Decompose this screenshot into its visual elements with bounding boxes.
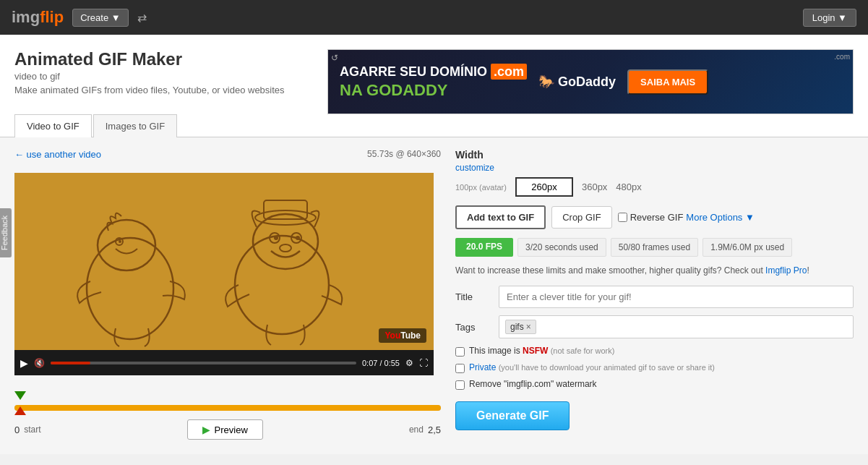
width-option-480[interactable]: 480px [616, 182, 641, 192]
px-stat: 1.9M/6.0M px used [702, 238, 792, 257]
feedback-tab[interactable]: Feedback [0, 208, 12, 257]
private-label: Private [469, 362, 496, 372]
video-controls: ▶ 🔇 0:07 / 0:55 ⚙ ⛶ [14, 350, 434, 375]
width-label: Width [455, 149, 484, 161]
progress-fill [51, 362, 90, 364]
youtube-watermark: YouTube [379, 328, 426, 343]
preview-button[interactable]: ▶ Preview [187, 419, 263, 440]
nsfw-checkbox[interactable] [455, 347, 465, 357]
slider-area: 0 start ▶ Preview end 2,5 [14, 383, 441, 443]
slider-fill [14, 405, 441, 411]
tags-row: Tags gifs × [455, 315, 854, 338]
tags-label: Tags [455, 322, 499, 333]
tag-remove-button[interactable]: × [526, 322, 531, 332]
login-button[interactable]: Login ▼ [803, 9, 856, 27]
page-subtitle: video to gif [14, 71, 285, 82]
generate-gif-button[interactable]: Generate GIF [455, 401, 570, 430]
end-section: end 2,5 [409, 425, 441, 435]
width-options: 100px (avatar) 360px 480px [455, 177, 854, 197]
crop-gif-button[interactable]: Crop GIF [551, 206, 611, 229]
header-left: imgflip Create ▼ ⇄ [12, 8, 147, 27]
width-option-avatar[interactable]: 100px (avatar) [455, 183, 507, 192]
stats-row: 20.0 FPS 3/20 seconds used 50/80 frames … [455, 238, 854, 257]
nsfw-desc: (not safe for work) [551, 346, 615, 355]
action-row: Add text to GIF Crop GIF Reverse GIF Mor… [455, 205, 854, 229]
slider-track[interactable] [14, 405, 441, 411]
watermark-label: Remove "imgflip.com" watermark [469, 379, 597, 389]
ad-brand: 🐎 GoDaddy [538, 74, 616, 90]
reverse-checkbox[interactable] [618, 213, 627, 222]
main-content: Animated GIF Maker video to gif Make ani… [0, 35, 868, 114]
svg-point-10 [274, 236, 278, 240]
frames-stat: 50/80 frames used [611, 238, 698, 257]
private-row: Private (you'll have to download your an… [455, 362, 854, 373]
fullscreen-icon[interactable]: ⛶ [419, 358, 428, 368]
ad-cta-button[interactable]: SAIBA MAIS [627, 69, 708, 95]
pro-link[interactable]: Imgflip Pro [765, 265, 807, 276]
start-label: start [24, 425, 40, 435]
video-link-row: ← use another video 55.73s @ 640×360 [14, 149, 441, 167]
tab-images-to-gif[interactable]: Images to GIF [93, 114, 177, 137]
video-info: 55.73s @ 640×360 [367, 149, 441, 160]
tag-value: gifs [510, 322, 524, 332]
width-input[interactable] [515, 177, 573, 197]
shuffle-icon: ⇄ [137, 11, 147, 25]
seconds-stat: 3/20 seconds used [517, 238, 606, 257]
ad-subtext: NA GODADDY [340, 81, 527, 100]
title-input[interactable] [499, 286, 854, 308]
title-row: Title [455, 286, 854, 308]
reverse-section: Reverse GIF More Options ▼ [618, 212, 755, 223]
cartoon-sketch-svg [14, 173, 434, 350]
page-header: Animated GIF Maker video to gif Make ani… [14, 49, 854, 114]
watermark-row: Remove "imgflip.com" watermark [455, 379, 854, 390]
preview-play-icon: ▶ [202, 424, 210, 435]
svg-rect-0 [14, 173, 434, 350]
body-area: ← use another video 55.73s @ 640×360 [0, 137, 868, 454]
play-button[interactable]: ▶ [20, 357, 28, 369]
width-option-360[interactable]: 360px [582, 182, 607, 192]
page-title-section: Animated GIF Maker video to gif Make ani… [14, 49, 285, 107]
ad-info: .com [834, 53, 850, 61]
reverse-label: Reverse GIF [630, 212, 684, 223]
fps-badge: 20.0 FPS [455, 238, 513, 257]
svg-point-4 [119, 240, 121, 243]
ad-refresh-icon[interactable]: ↺ [331, 53, 338, 63]
private-desc: (you'll have to download your animated g… [499, 363, 715, 372]
progress-bar[interactable] [51, 362, 356, 364]
ad-headline: AGARRE SEU DOMÍNIO .com [340, 64, 527, 80]
page-title: Animated GIF Maker [14, 49, 285, 69]
start-section: 0 start [14, 425, 41, 435]
add-text-button[interactable]: Add text to GIF [455, 205, 546, 229]
mute-button[interactable]: 🔇 [34, 358, 45, 368]
end-label: end [409, 425, 424, 435]
left-panel: ← use another video 55.73s @ 640×360 [14, 149, 441, 443]
pro-text: Want to increase these limits and make s… [455, 264, 854, 277]
private-checkbox[interactable] [455, 364, 465, 373]
slider-end-thumb[interactable] [14, 406, 26, 415]
customize-link[interactable]: customize [455, 163, 494, 173]
more-options-link[interactable]: More Options ▼ [686, 212, 755, 223]
header: imgflip Create ▼ ⇄ Login ▼ [0, 0, 868, 35]
slider-controls: 0 start ▶ Preview end 2,5 [14, 419, 441, 440]
slider-start-thumb[interactable] [14, 391, 26, 400]
end-value: 2,5 [428, 425, 441, 435]
logo-img: img [12, 8, 40, 26]
tab-video-to-gif[interactable]: Video to GIF [14, 114, 92, 137]
ad-text-block: AGARRE SEU DOMÍNIO .com NA GODADDY [340, 64, 527, 99]
page-description: Make animated GIFs from video files, You… [14, 85, 285, 95]
create-button[interactable]: Create ▼ [72, 9, 129, 27]
tag-gifs: gifs × [505, 320, 536, 334]
watermark-checkbox[interactable] [455, 380, 465, 390]
title-label: Title [455, 291, 499, 302]
time-display: 0:07 / 0:55 [362, 359, 400, 367]
use-another-video-link[interactable]: ← use another video [14, 149, 101, 160]
private-text: Private (you'll have to download your an… [469, 362, 715, 372]
nsfw-word: NSFW [523, 346, 548, 356]
tabs-bar: Video to GIF Images to GIF [0, 114, 868, 137]
preview-label: Preview [215, 425, 248, 435]
tags-input[interactable]: gifs × [499, 315, 854, 338]
settings-icon[interactable]: ⚙ [405, 358, 413, 368]
ad-banner: ↺ AGARRE SEU DOMÍNIO .com NA GODADDY 🐎 G… [327, 49, 854, 114]
logo-flip: flip [40, 8, 64, 26]
width-section: Width customize 100px (avatar) 360px 480… [455, 149, 854, 197]
